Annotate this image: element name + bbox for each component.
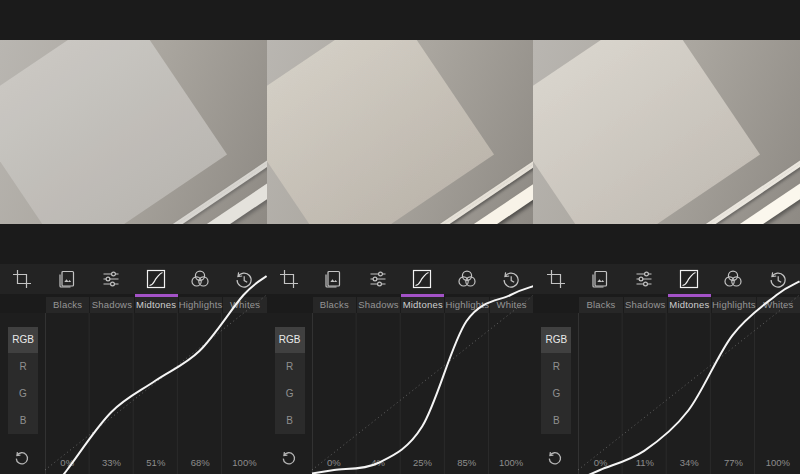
sidewalk — [0, 40, 227, 224]
tab-spacer — [533, 297, 578, 313]
editor-panel-left: Blacks Shadows Midtones Highlights White… — [0, 0, 267, 474]
adjust-sliders-icon[interactable] — [622, 264, 666, 294]
presets-icon[interactable] — [578, 264, 622, 294]
top-bar — [267, 0, 534, 40]
history-icon[interactable] — [756, 264, 800, 294]
value-whites: 100% — [489, 440, 533, 474]
curve-point-tabs: Blacks Shadows Midtones Highlights White… — [0, 297, 267, 313]
curves-icon[interactable] — [400, 264, 444, 294]
tab-whites[interactable]: Whites — [490, 297, 533, 313]
curve-point-tabs: Blacks Shadows Midtones Highlights White… — [533, 297, 800, 313]
tool-bar — [0, 264, 267, 294]
value-blacks: 0% — [45, 440, 89, 474]
channel-rgb[interactable]: RGB — [8, 327, 38, 353]
adjust-sliders-icon[interactable] — [89, 264, 133, 294]
tab-shadows[interactable]: Shadows — [90, 297, 133, 313]
photo-preview — [533, 40, 800, 224]
value-shadows: 4% — [356, 440, 400, 474]
sidewalk — [267, 40, 494, 224]
curve-values-row: 0% 11% 34% 77% 100% — [578, 440, 800, 474]
value-midtones: 25% — [400, 440, 444, 474]
tab-shadows[interactable]: Shadows — [357, 297, 400, 313]
curves-icon[interactable] — [667, 264, 711, 294]
color-mix-icon[interactable] — [711, 264, 755, 294]
top-bar — [533, 0, 800, 40]
curve-editor: RGB R G B 0% 11% 34% 77% 100% — [533, 313, 800, 474]
tab-spacer — [0, 297, 45, 313]
reset-curve-icon[interactable] — [546, 449, 564, 467]
tab-spacer — [267, 297, 312, 313]
top-bar — [0, 0, 267, 40]
presets-icon[interactable] — [44, 264, 88, 294]
tab-midtones[interactable]: Midtones — [668, 297, 711, 313]
history-icon[interactable] — [222, 264, 266, 294]
tab-blacks[interactable]: Blacks — [313, 297, 356, 313]
reset-curve-icon[interactable] — [13, 449, 31, 467]
car-photo — [533, 40, 800, 224]
photo-editor-comparison: Blacks Shadows Midtones Highlights White… — [0, 0, 800, 474]
curve-editor: RGB R G B 0% 33% 51% 68% 100% — [0, 313, 267, 474]
sidewalk — [533, 40, 760, 224]
curve-values-row: 0% 33% 51% 68% 100% — [45, 440, 267, 474]
tab-midtones[interactable]: Midtones — [401, 297, 444, 313]
tab-shadows[interactable]: Shadows — [624, 297, 667, 313]
photo-preview — [0, 40, 267, 224]
tab-whites[interactable]: Whites — [223, 297, 266, 313]
channel-rgb[interactable]: RGB — [541, 327, 571, 353]
channel-g[interactable]: G — [275, 380, 305, 407]
tool-bar — [267, 264, 534, 294]
tab-blacks[interactable]: Blacks — [46, 297, 89, 313]
value-highlights: 85% — [445, 440, 489, 474]
channel-selector: RGB R G B — [8, 327, 38, 434]
channel-r[interactable]: R — [541, 353, 571, 380]
value-whites: 100% — [756, 440, 800, 474]
value-midtones: 34% — [667, 440, 711, 474]
crop-icon[interactable] — [267, 264, 311, 294]
curve-point-tabs: Blacks Shadows Midtones Highlights White… — [267, 297, 534, 313]
channel-b[interactable]: B — [275, 407, 305, 434]
channel-g[interactable]: G — [8, 380, 38, 407]
tab-midtones[interactable]: Midtones — [135, 297, 178, 313]
photo-preview — [267, 40, 534, 224]
color-mix-icon[interactable] — [178, 264, 222, 294]
editor-panel-right: Blacks Shadows Midtones Highlights White… — [533, 0, 800, 474]
car-photo — [267, 40, 534, 224]
channel-g[interactable]: G — [541, 380, 571, 407]
tab-highlights[interactable]: Highlights — [712, 297, 756, 313]
crop-icon[interactable] — [0, 264, 44, 294]
curve-editor: RGB R G B 0% 4% 25% 85% 100% — [267, 313, 534, 474]
value-whites: 100% — [222, 440, 266, 474]
tab-highlights[interactable]: Highlights — [445, 297, 489, 313]
channel-rgb[interactable]: RGB — [275, 327, 305, 353]
channel-selector: RGB R G B — [541, 327, 571, 434]
channel-b[interactable]: B — [8, 407, 38, 434]
curves-icon[interactable] — [133, 264, 177, 294]
channel-r[interactable]: R — [275, 353, 305, 380]
value-shadows: 11% — [623, 440, 667, 474]
tab-highlights[interactable]: Highlights — [179, 297, 223, 313]
adjust-sliders-icon[interactable] — [356, 264, 400, 294]
value-shadows: 33% — [89, 440, 133, 474]
channel-b[interactable]: B — [541, 407, 571, 434]
value-highlights: 68% — [178, 440, 222, 474]
presets-icon[interactable] — [311, 264, 355, 294]
value-blacks: 0% — [578, 440, 622, 474]
curve-values-row: 0% 4% 25% 85% 100% — [312, 440, 534, 474]
history-icon[interactable] — [489, 264, 533, 294]
value-midtones: 51% — [134, 440, 178, 474]
car-photo — [0, 40, 267, 224]
color-mix-icon[interactable] — [444, 264, 488, 294]
tab-whites[interactable]: Whites — [757, 297, 800, 313]
channel-selector: RGB R G B — [275, 327, 305, 434]
tool-bar — [533, 264, 800, 294]
value-highlights: 77% — [711, 440, 755, 474]
value-blacks: 0% — [312, 440, 356, 474]
tab-blacks[interactable]: Blacks — [579, 297, 622, 313]
editor-panel-middle: Blacks Shadows Midtones Highlights White… — [267, 0, 534, 474]
reset-curve-icon[interactable] — [280, 449, 298, 467]
channel-r[interactable]: R — [8, 353, 38, 380]
crop-icon[interactable] — [533, 264, 577, 294]
